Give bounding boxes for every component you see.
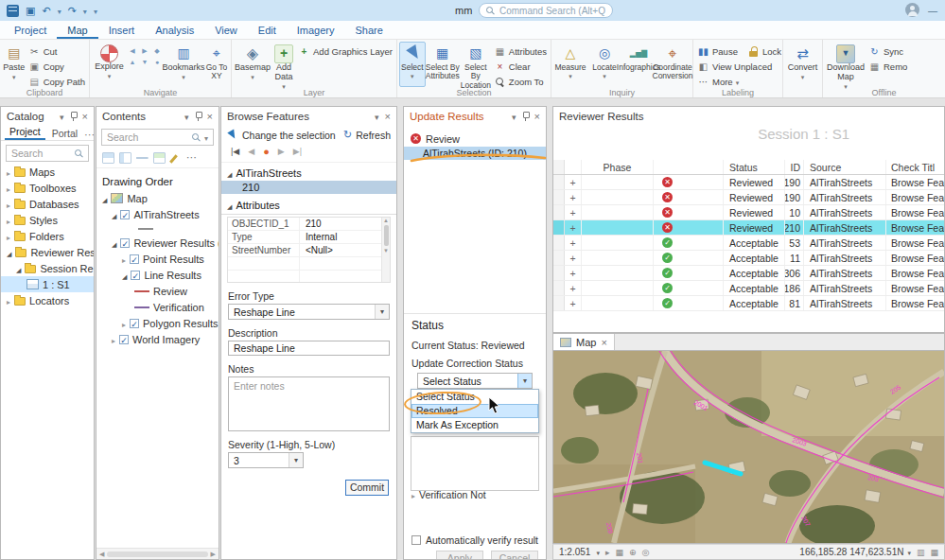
chevron-down-icon[interactable] [512,111,516,122]
coordinates-readout[interactable]: 166,185.28 147,623.51N [799,547,903,557]
copy-button[interactable]: Copy [26,60,87,73]
layer-altirahstreets[interactable]: AlTirahStreets [96,206,219,222]
command-search[interactable] [479,3,613,18]
attribute-row[interactable]: TypeInternal [228,231,390,244]
notes-textarea[interactable] [229,377,389,430]
catalog-tab-project[interactable]: Project [5,125,45,140]
scale-dropdown-icon[interactable] [596,547,600,557]
more-tabs-icon[interactable] [84,129,95,140]
close-icon[interactable] [82,111,88,122]
select-by-attributes-button[interactable]: Select By Attributes [426,42,460,87]
table-row[interactable]: Reviewed190 AlTirahStreetsBrowse Fea [553,175,944,190]
attribute-row[interactable]: OBJECTID_1210 [228,218,390,231]
table-row[interactable]: Acceptable186 AlTirahStreetsBrowse Fea [553,281,944,296]
customize-toolbar-icon[interactable] [94,5,97,16]
redo-dropdown-icon[interactable] [83,5,87,16]
expand-row-icon[interactable] [565,220,582,235]
expander-icon[interactable] [112,334,115,345]
change-selection-label[interactable]: Change the selection [242,130,336,141]
expand-row-icon[interactable] [565,281,582,295]
lock-button[interactable]: Lock [745,44,783,58]
measure-button[interactable]: Measure [553,42,587,87]
layers-status-icon[interactable] [917,548,925,557]
sublayer-review[interactable]: Review [96,283,219,299]
error-type-dropdown[interactable]: Reshape Line [228,304,390,320]
catalog-item-toolboxes[interactable]: Toolboxes [1,180,94,196]
layer-reviewer-results[interactable]: Reviewer Results (Sessio [96,235,219,251]
tab-map[interactable]: Map [57,21,97,39]
catalog-search[interactable] [6,145,89,162]
app-logo-icon[interactable] [7,5,19,17]
expander-icon[interactable] [7,183,10,194]
last-record-icon[interactable] [293,147,302,156]
minimize-icon[interactable] [928,5,937,16]
layer-checkbox[interactable] [131,271,140,280]
chevron-down-icon[interactable] [375,111,379,122]
chevron-down-icon[interactable] [184,111,189,122]
commit-button[interactable]: Commit [345,480,389,496]
contents-search[interactable] [101,129,214,146]
option-select-status[interactable]: Select Status [411,390,538,404]
tab-analysis[interactable]: Analysis [145,21,204,39]
basemap-button[interactable]: Basemap [234,42,271,87]
coordinate-conversion-button[interactable]: Coordinate Conversion [656,42,690,87]
close-icon[interactable] [601,337,606,348]
selected-feature-id[interactable]: 210 [221,181,396,194]
feature-layer-name[interactable]: AlTirahStreets [236,167,301,179]
list-by-selection-icon[interactable] [136,157,149,159]
description-input[interactable] [229,342,389,354]
layer-polygon-results[interactable]: Polygon Results [96,315,219,331]
attribute-row[interactable] [228,271,390,283]
expander-icon[interactable] [7,215,10,226]
navigation-tools[interactable]: ◀▶◆▲▼● [127,42,163,69]
expander-open-icon[interactable] [112,209,116,220]
expander-open-icon[interactable] [227,200,232,211]
map-view[interactable]: 2001 2003 203 201 205 207 209 [552,350,945,544]
table-row[interactable]: Reviewed190 AlTirahStreetsBrowse Fea [553,190,944,205]
table-row[interactable]: Reviewed10 AlTirahStreetsBrowse Fea [553,205,944,220]
catalog-item-reviewer-results[interactable]: Reviewer Res [1,244,94,260]
add-graphics-layer-button[interactable]: Add Graphics Layer [296,44,394,58]
command-search-input[interactable] [499,6,605,16]
raster-status-icon[interactable] [930,548,938,557]
correction-notes-box[interactable] [411,436,539,491]
column-phase[interactable]: Phase [582,160,654,174]
add-tool-icon[interactable] [629,548,637,557]
clear-button[interactable]: Clear [492,60,549,73]
select-by-location-button[interactable]: Select By Location [460,42,492,87]
more-button[interactable]: More [695,75,783,88]
sync-button[interactable]: Sync [866,44,909,58]
table-row[interactable]: Acceptable53 AlTirahStreetsBrowse Fea [553,236,944,251]
chevron-down-icon[interactable] [60,111,64,122]
aerial-imagery[interactable]: 2001 2003 203 201 205 207 209 [553,351,944,543]
expand-row-icon[interactable] [565,190,582,204]
auto-verify-checkbox[interactable] [411,535,421,545]
close-icon[interactable] [385,111,391,122]
undo-dropdown-icon[interactable] [58,5,61,16]
chevron-down-icon[interactable] [375,305,389,319]
first-record-icon[interactable] [231,147,239,156]
layer-checkbox[interactable] [120,238,130,248]
contents-search-input[interactable] [107,131,188,143]
undo-icon[interactable] [42,5,50,17]
grid-tool-icon[interactable] [615,548,623,557]
sublayer-verification[interactable]: Verification [96,299,219,315]
download-map-button[interactable]: Download Map [825,42,866,87]
chevron-down-icon[interactable] [517,374,532,388]
table-row[interactable]: Acceptable306 AlTirahStreetsBrowse Fea [553,266,944,281]
expand-row-icon[interactable] [565,296,582,310]
pause-button[interactable]: Pause [695,44,740,58]
horizontal-scrollbar[interactable]: ◀▶ [96,548,219,559]
catalog-item-locators[interactable]: Locators [1,292,94,308]
catalog-item-folders[interactable]: Folders [1,228,94,244]
tab-edit[interactable]: Edit [248,21,287,39]
severity-dropdown[interactable]: 3 [228,452,304,468]
pointer-tool-icon[interactable] [605,548,610,557]
copy-path-button[interactable]: Copy Path [26,75,87,88]
correction-status-dropdown[interactable]: Select Status [417,373,533,389]
add-data-button[interactable]: Add Data [271,42,296,87]
expander-open-icon[interactable] [102,193,107,204]
list-by-drawing-order-icon[interactable] [102,152,114,164]
bookmarks-button[interactable]: Bookmarks [163,42,204,87]
remote-button[interactable]: Remo [866,60,909,73]
